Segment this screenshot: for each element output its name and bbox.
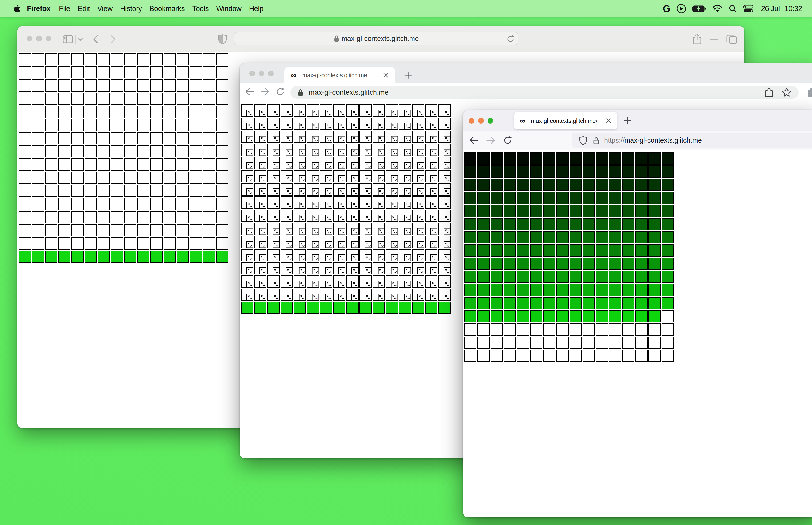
broken-image-icon <box>444 215 451 222</box>
reload-icon[interactable] <box>507 34 515 44</box>
back-button[interactable] <box>91 26 101 52</box>
canvas-cell <box>517 244 529 257</box>
search-icon[interactable] <box>729 4 737 13</box>
wifi-icon[interactable] <box>712 5 722 13</box>
zoom-button[interactable] <box>268 71 274 76</box>
tab-max-gl-contexts[interactable]: ∞ max-gl-contexts.glitch.me/ <box>514 112 617 130</box>
canvas-cell <box>137 159 150 170</box>
bookmark-star-icon[interactable] <box>782 87 792 97</box>
menu-time[interactable]: 10:32 <box>784 4 802 13</box>
menu-item-bookmarks[interactable]: Bookmarks <box>150 4 185 13</box>
google-icon[interactable]: G <box>663 3 671 14</box>
new-tab-button[interactable] <box>621 114 634 127</box>
canvas-cell <box>359 289 372 301</box>
address-bar[interactable]: https://max-gl-contexts.glitch.me <box>572 133 812 148</box>
canvas-cell <box>45 145 57 158</box>
menu-item-help[interactable]: Help <box>249 4 264 13</box>
back-button[interactable] <box>245 83 255 100</box>
share-icon[interactable] <box>765 87 773 97</box>
broken-image-icon <box>299 175 306 182</box>
canvas-cell <box>386 249 398 261</box>
minimize-button[interactable] <box>478 118 484 124</box>
tab-overview-icon[interactable] <box>725 26 738 52</box>
battery-charging-icon[interactable] <box>692 5 706 12</box>
canvas-cell <box>203 224 215 236</box>
sidebar-icon[interactable] <box>63 26 73 52</box>
broken-image-icon <box>444 189 451 196</box>
canvas-cell <box>280 210 293 222</box>
canvas-cell <box>150 251 163 263</box>
address-bar[interactable]: max-gl-contexts.glitch.me <box>290 86 799 99</box>
broken-image-icon <box>404 123 411 130</box>
reload-button[interactable] <box>275 83 286 100</box>
close-button[interactable] <box>469 118 474 124</box>
menu-app-name[interactable]: Firefox <box>27 4 50 13</box>
forward-button[interactable] <box>260 83 270 100</box>
tab-close-icon[interactable] <box>383 72 389 78</box>
toolbar-divider <box>75 26 77 52</box>
control-center-icon[interactable] <box>743 5 753 13</box>
share-icon[interactable] <box>691 26 703 52</box>
canvas-cell <box>359 236 372 248</box>
canvas-cell <box>203 53 215 65</box>
play-circle-icon[interactable] <box>676 4 686 14</box>
address-bar[interactable]: max-gl-contexts.glitch.me <box>234 32 518 45</box>
chevron-down-icon[interactable] <box>77 26 83 52</box>
canvas-cell <box>359 223 372 235</box>
minimize-button[interactable] <box>259 71 264 76</box>
close-button[interactable] <box>27 36 32 41</box>
canvas-cell <box>386 183 398 196</box>
extensions-puzzle-icon[interactable] <box>806 83 812 100</box>
new-tab-button[interactable] <box>401 69 415 82</box>
tab-max-gl-contexts[interactable]: ∞ max-gl-contexts.glitch.me <box>284 67 395 83</box>
menu-item-window[interactable]: Window <box>216 4 241 13</box>
menu-date[interactable]: 26 Jul <box>761 4 780 13</box>
canvas-cell <box>504 205 516 217</box>
canvas-cell <box>164 119 176 131</box>
canvas-cell <box>346 223 358 235</box>
canvas-cell <box>177 106 189 118</box>
broken-image-icon <box>352 254 358 261</box>
close-button[interactable] <box>249 71 255 76</box>
new-tab-icon[interactable] <box>708 26 720 52</box>
menu-item-history[interactable]: History <box>120 4 142 13</box>
broken-image-icon <box>259 241 266 248</box>
menu-item-view[interactable]: View <box>97 4 112 13</box>
canvas-cell <box>164 185 176 197</box>
tab-close-icon[interactable] <box>606 118 612 124</box>
canvas-cell <box>19 145 31 158</box>
tracking-shield-icon[interactable] <box>579 136 587 145</box>
forward-button[interactable] <box>108 26 118 52</box>
canvas-cell <box>216 145 228 158</box>
canvas-cell <box>72 185 83 197</box>
broken-image-icon <box>325 241 332 248</box>
back-button[interactable] <box>468 131 479 150</box>
privacy-shield-icon[interactable] <box>217 26 228 52</box>
reload-button[interactable] <box>502 131 514 150</box>
zoom-button[interactable] <box>46 36 51 41</box>
broken-image-icon <box>246 228 253 235</box>
canvas-cell <box>530 192 542 204</box>
canvas-cell <box>596 218 608 230</box>
canvas-cell <box>412 289 424 301</box>
canvas-cell <box>609 310 621 322</box>
canvas-cell <box>177 145 189 158</box>
canvas-cell <box>203 106 215 118</box>
menu-item-file[interactable]: File <box>59 4 70 13</box>
menu-item-edit[interactable]: Edit <box>78 4 90 13</box>
canvas-cell <box>583 244 595 257</box>
broken-image-icon <box>312 267 319 274</box>
menu-item-tools[interactable]: Tools <box>192 4 209 13</box>
zoom-button[interactable] <box>488 118 493 124</box>
canvas-cell <box>543 284 555 296</box>
canvas-cell <box>124 79 136 92</box>
forward-button[interactable] <box>485 131 496 150</box>
canvas-cell <box>58 145 71 158</box>
canvas-cell <box>216 106 228 118</box>
minimize-button[interactable] <box>36 36 42 41</box>
canvas-cell <box>359 118 372 130</box>
canvas-cell <box>177 159 189 170</box>
lock-icon <box>593 137 599 144</box>
apple-icon[interactable] <box>14 5 20 13</box>
broken-image-icon <box>430 201 438 209</box>
